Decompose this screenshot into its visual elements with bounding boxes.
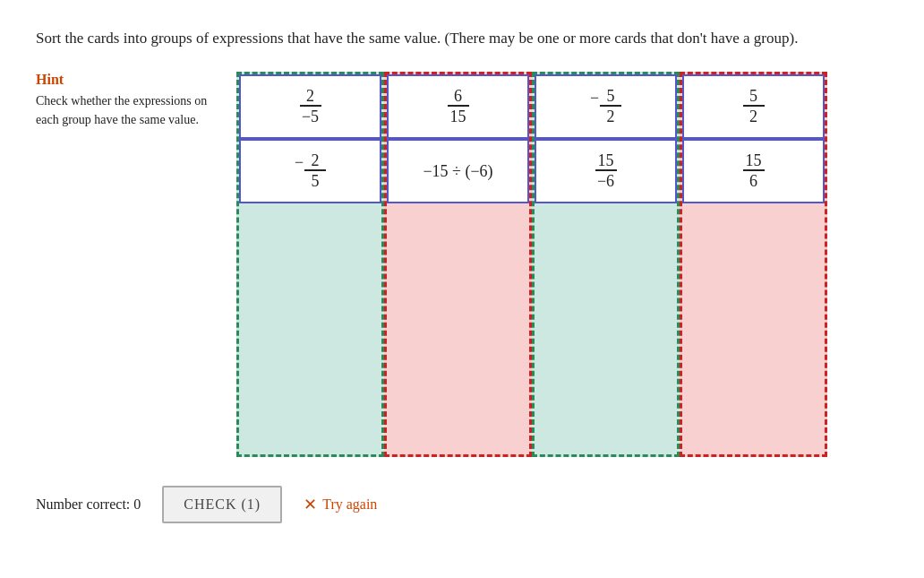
numerator: 5 — [743, 88, 765, 107]
group-col-1[interactable]: 2 −5 − 2 5 — [236, 72, 384, 457]
fraction: 15 −6 — [595, 152, 617, 189]
empty-drop-zone[interactable] — [535, 203, 677, 454]
fraction: 2 −5 — [300, 88, 321, 125]
fraction: 2 5 — [304, 152, 326, 189]
neg-sign: − — [295, 154, 304, 170]
card-3-1[interactable]: − 5 2 — [535, 74, 677, 139]
card-3-2[interactable]: 15 −6 — [535, 139, 677, 203]
hint-area: Hint Check whether the expressions on ea… — [36, 72, 215, 129]
denominator: 5 — [312, 171, 320, 189]
group-col-3[interactable]: − 5 2 15 −6 — [532, 72, 680, 457]
card-2-1[interactable]: 6 15 — [387, 74, 529, 139]
main-area: Hint Check whether the expressions on ea… — [36, 72, 888, 457]
numerator: 2 — [300, 88, 321, 107]
neg-sign: − — [590, 90, 599, 106]
card-1-2[interactable]: − 2 5 — [239, 139, 381, 203]
card-2-2[interactable]: −15 ÷ (−6) — [387, 139, 529, 203]
denominator: −6 — [597, 171, 614, 189]
numerator: 5 — [600, 88, 621, 107]
number-correct-label: Number correct: 0 — [36, 496, 141, 513]
empty-drop-zone[interactable] — [239, 203, 381, 454]
denominator: −5 — [302, 107, 319, 125]
groups-container: 2 −5 − 2 5 — [236, 72, 888, 457]
numerator: 6 — [448, 88, 469, 107]
fraction: 5 2 — [743, 88, 765, 125]
try-again[interactable]: ✕ Try again — [304, 495, 377, 514]
bottom-bar: Number correct: 0 CHECK (1) ✕ Try again — [36, 486, 888, 523]
try-again-label: Try again — [322, 496, 377, 513]
x-icon: ✕ — [304, 495, 317, 514]
fraction: 6 15 — [448, 88, 469, 125]
card-4-1[interactable]: 5 2 — [682, 74, 825, 139]
denominator: 15 — [450, 107, 466, 125]
group-col-4[interactable]: 5 2 15 6 — [680, 72, 827, 457]
fraction: 15 6 — [743, 152, 765, 189]
empty-drop-zone[interactable] — [682, 203, 825, 454]
numerator: 15 — [743, 152, 765, 171]
expression-text: −15 ÷ (−6) — [423, 163, 492, 179]
instructions: Sort the cards into groups of expression… — [36, 27, 860, 50]
fraction: 5 2 — [600, 88, 621, 125]
check-button[interactable]: CHECK (1) — [162, 486, 282, 523]
group-col-2[interactable]: 6 15 −15 ÷ (−6) — [384, 72, 532, 457]
denominator: 2 — [749, 107, 757, 125]
numerator: 15 — [595, 152, 617, 171]
numerator: 2 — [304, 152, 326, 171]
hint-text: Check whether the expressions on each gr… — [36, 91, 215, 129]
hint-title: Hint — [36, 72, 215, 88]
empty-drop-zone[interactable] — [387, 203, 529, 454]
card-4-2[interactable]: 15 6 — [682, 139, 825, 203]
card-1-1[interactable]: 2 −5 — [239, 74, 381, 139]
denominator: 6 — [749, 171, 757, 189]
denominator: 2 — [607, 107, 615, 125]
